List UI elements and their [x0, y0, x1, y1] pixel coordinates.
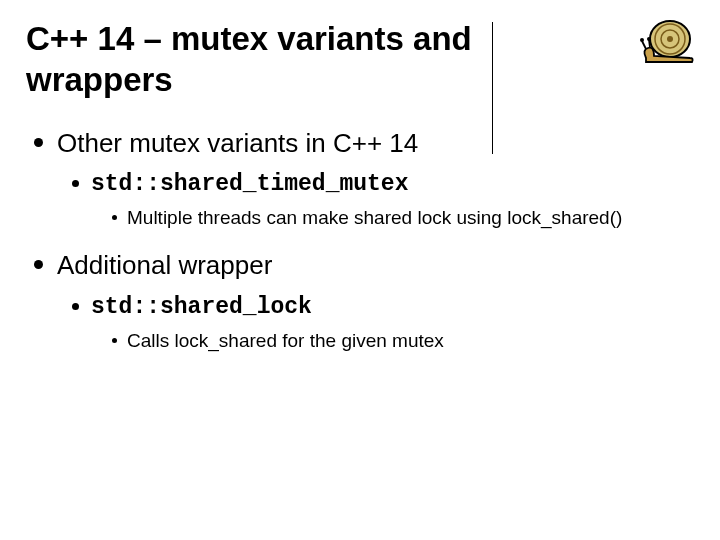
- list-item: Calls lock_shared for the given mutex: [112, 329, 694, 354]
- svg-line-2: [642, 41, 646, 49]
- list-item: Other mutex variants in C++ 14: [34, 127, 694, 161]
- text-fragment: for the given mutex: [277, 330, 444, 351]
- detail-text: Multiple threads can make shared lock us…: [127, 206, 622, 231]
- text-fragment: Calls: [127, 330, 175, 351]
- svg-point-1: [667, 36, 673, 42]
- list-item: Multiple threads can make shared lock us…: [112, 206, 694, 231]
- bullet-icon: [34, 260, 43, 269]
- list-item: Additional wrapper: [34, 249, 694, 283]
- snail-icon: [636, 14, 700, 68]
- section-heading: Additional wrapper: [57, 249, 272, 283]
- code-identifier: std::shared_timed_mutex: [91, 170, 408, 200]
- list-item: std::shared_timed_mutex: [72, 170, 694, 200]
- svg-line-4: [649, 40, 650, 48]
- title-divider: [492, 22, 493, 154]
- code-fragment: lock_shared: [175, 330, 277, 351]
- detail-text: Calls lock_shared for the given mutex: [127, 329, 444, 354]
- bullet-icon: [72, 180, 79, 187]
- svg-point-3: [640, 38, 644, 42]
- code-identifier: std::shared_lock: [91, 293, 312, 323]
- slide-body: Other mutex variants in C++ 14 std::shar…: [26, 127, 694, 354]
- bullet-icon: [34, 138, 43, 147]
- bullet-icon: [112, 215, 117, 220]
- text-fragment: Multiple threads can make shared lock us…: [127, 207, 507, 228]
- list-item: std::shared_lock: [72, 293, 694, 323]
- code-fragment: lock_shared(): [507, 207, 622, 228]
- section-heading: Other mutex variants in C++ 14: [57, 127, 418, 161]
- bullet-icon: [72, 303, 79, 310]
- slide-title: C++ 14 – mutex variants and wrappers: [26, 18, 586, 101]
- svg-point-5: [647, 37, 651, 41]
- bullet-icon: [112, 338, 117, 343]
